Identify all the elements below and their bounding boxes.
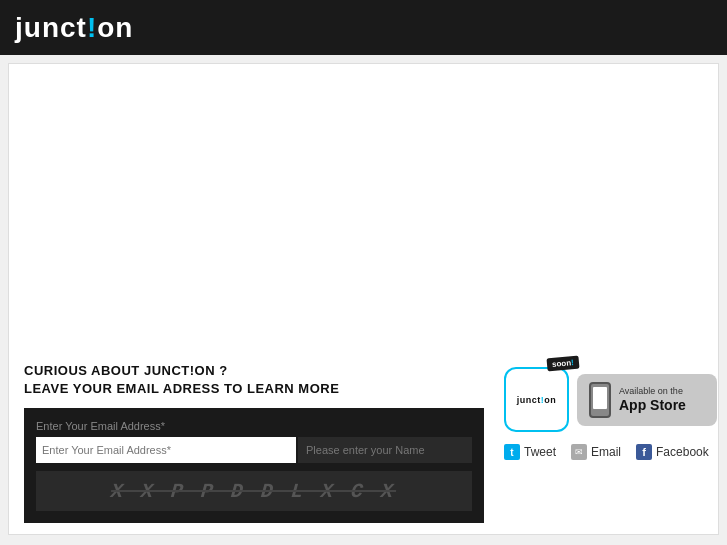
email-link[interactable]: ✉ Email — [571, 444, 621, 460]
phone-screen — [593, 387, 607, 409]
app-store-container: soon! junct!on Available on the App Stor… — [504, 367, 717, 432]
twitter-icon: t — [504, 444, 520, 460]
phone-icon — [589, 382, 611, 418]
twitter-link[interactable]: t Tweet — [504, 444, 556, 460]
banner-area — [9, 64, 718, 354]
app-store-text: Available on the App Store — [619, 386, 686, 414]
email-label: Enter Your Email Address* — [36, 420, 472, 432]
junction-icon-label: junct!on — [517, 395, 557, 405]
facebook-label: Facebook — [656, 445, 709, 459]
header: junct!on — [0, 0, 727, 55]
form-section: Curious about Junct!on ? Leave your emai… — [24, 362, 504, 523]
captcha-text: X X P P D D L X C X — [110, 480, 397, 503]
available-on-text: Available on the — [619, 386, 686, 397]
tagline-line2: Leave your email adress to learn more — [24, 380, 484, 398]
tagline-line1: Curious about Junct!on ? — [24, 362, 484, 380]
soon-badge: soon! — [547, 356, 580, 372]
app-section: soon! junct!on Available on the App Stor… — [504, 362, 717, 460]
junction-app-icon[interactable]: soon! junct!on — [504, 367, 569, 432]
email-icon: ✉ — [571, 444, 587, 460]
social-links: t Tweet ✉ Email f Facebook — [504, 444, 709, 460]
facebook-icon: f — [636, 444, 652, 460]
signup-form: Enter Your Email Address* Please enter y… — [24, 408, 484, 523]
name-placeholder[interactable]: Please enter your Name — [298, 437, 472, 463]
form-row: Please enter your Name — [36, 437, 472, 463]
logo[interactable]: junct!on — [15, 12, 133, 44]
email-label: Email — [591, 445, 621, 459]
facebook-link[interactable]: f Facebook — [636, 444, 709, 460]
app-store-label: App Store — [619, 397, 686, 414]
email-input[interactable] — [36, 437, 296, 463]
tweet-label: Tweet — [524, 445, 556, 459]
logo-exclamation: ! — [87, 12, 97, 43]
bottom-section: Curious about Junct!on ? Leave your emai… — [9, 352, 718, 534]
app-store-badge[interactable]: Available on the App Store — [577, 374, 717, 426]
captcha-area: X X P P D D L X C X — [36, 471, 472, 511]
logo-prefix: junct — [15, 12, 87, 43]
main-content: Curious about Junct!on ? Leave your emai… — [8, 63, 719, 535]
logo-suffix: on — [97, 12, 133, 43]
tagline: Curious about Junct!on ? Leave your emai… — [24, 362, 484, 398]
